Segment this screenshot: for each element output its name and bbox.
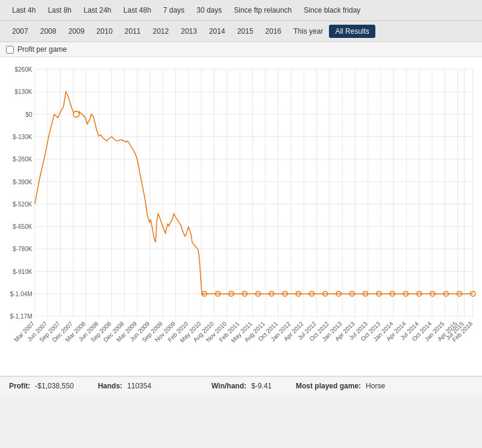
filter-last8h[interactable]: Last 8h	[42, 4, 77, 17]
chart-container: .grid-line { stroke: #d0d0d0; stroke-wid…	[0, 57, 482, 376]
filter-last24h[interactable]: Last 24h	[78, 4, 117, 17]
most-played-value: Horse	[366, 382, 385, 390]
profit-per-game-label[interactable]: Profit per game	[17, 45, 67, 54]
filter-last48h[interactable]: Last 48h	[117, 4, 157, 17]
svg-text:$-780K: $-780K	[13, 246, 33, 252]
filter-2011[interactable]: 2011	[119, 25, 147, 38]
hands-value: 110354	[127, 382, 151, 390]
filter-2016[interactable]: 2016	[259, 25, 287, 38]
svg-text:$-260K: $-260K	[13, 156, 33, 163]
win-hand-value: $-9.41	[251, 382, 272, 390]
most-played-label: Most played game:	[296, 382, 361, 390]
filter-last4h[interactable]: Last 4h	[6, 4, 42, 17]
year-filter-bar: 2007 2008 2009 2010 2011 2012 2013 2014 …	[0, 21, 482, 42]
filter-since-black-friday[interactable]: Since black friday	[298, 4, 366, 17]
stats-bar: Profit: -$1,038,550 Hands: 110354 Win/ha…	[0, 376, 482, 395]
win-hand-stat: Win/hand: $-9.41	[211, 382, 272, 390]
svg-text:$-650K: $-650K	[13, 223, 33, 230]
svg-text:$-910K: $-910K	[13, 269, 33, 275]
svg-point-82	[73, 111, 79, 117]
time-filter-bar: Last 4h Last 8h Last 24h Last 48h 7 days…	[0, 0, 482, 21]
svg-text:$0: $0	[25, 111, 33, 118]
filter-2015[interactable]: 2015	[231, 25, 260, 38]
profit-value: -$1,038,550	[35, 382, 74, 390]
filter-all-results[interactable]: All Results	[329, 25, 375, 38]
profit-label: Profit:	[9, 382, 30, 390]
svg-text:$-390K: $-390K	[13, 179, 33, 185]
profit-stat: Profit: -$1,038,550	[9, 382, 74, 390]
filter-2013[interactable]: 2013	[175, 25, 203, 38]
filter-7days[interactable]: 7 days	[157, 4, 190, 17]
filter-this-year[interactable]: This year	[287, 25, 329, 38]
win-hand-label: Win/hand:	[211, 382, 246, 390]
filter-2012[interactable]: 2012	[147, 25, 175, 38]
filter-2008[interactable]: 2008	[34, 25, 63, 38]
svg-text:$-520K: $-520K	[13, 201, 33, 208]
svg-text:$130K: $130K	[14, 89, 33, 95]
hands-stat: Hands: 110354	[98, 382, 151, 390]
svg-text:$-130K: $-130K	[13, 134, 33, 140]
filter-2009[interactable]: 2009	[62, 25, 90, 38]
filter-2010[interactable]: 2010	[90, 25, 119, 38]
most-played-stat: Most played game: Horse	[296, 382, 385, 390]
filter-30days[interactable]: 30 days	[190, 4, 228, 17]
svg-text:$-1.17M: $-1.17M	[10, 313, 32, 320]
options-bar: Profit per game	[0, 42, 482, 57]
profit-chart: .grid-line { stroke: #d0d0d0; stroke-wid…	[3, 63, 479, 373]
profit-per-game-checkbox[interactable]	[6, 46, 14, 54]
svg-text:$-1.04M: $-1.04M	[10, 291, 32, 297]
svg-text:$260K: $260K	[14, 66, 33, 73]
filter-2007[interactable]: 2007	[6, 25, 34, 38]
filter-since-ftp[interactable]: Since ftp relaunch	[228, 4, 298, 17]
hands-label: Hands:	[98, 382, 122, 390]
filter-2014[interactable]: 2014	[203, 25, 231, 38]
